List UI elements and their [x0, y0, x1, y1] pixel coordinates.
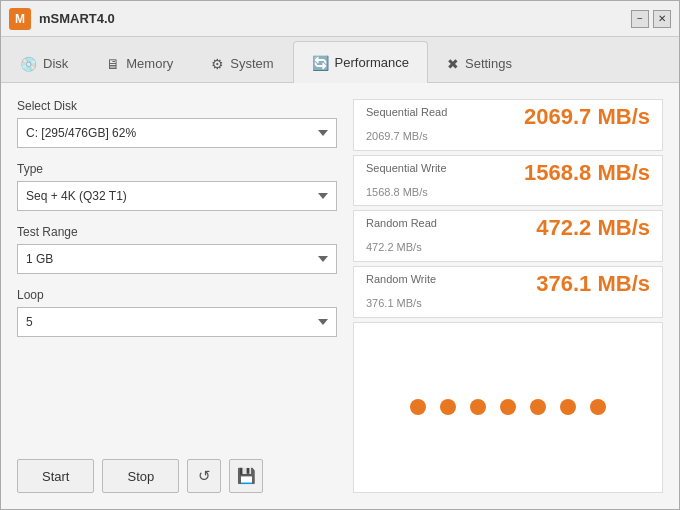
- metric-value-large: 1568.8 MB/s: [524, 162, 650, 184]
- tab-memory[interactable]: 🖥 Memory: [87, 44, 192, 82]
- tab-memory-label: Memory: [126, 56, 173, 71]
- refresh-button[interactable]: ↺: [187, 459, 221, 493]
- save-button[interactable]: 💾: [229, 459, 263, 493]
- action-buttons: Start Stop ↺ 💾: [17, 459, 337, 493]
- close-button[interactable]: ✕: [653, 10, 671, 28]
- left-panel: Select Disk C: [295/476GB] 62% Type Seq …: [17, 99, 337, 493]
- test-range-input[interactable]: 1 GB: [17, 244, 337, 274]
- progress-dot-6: [590, 399, 606, 415]
- loop-label: Loop: [17, 288, 337, 302]
- metrics-container: Sequential Read 2069.7 MB/s 2069.7 MB/s …: [353, 99, 663, 318]
- system-icon: ⚙: [211, 56, 224, 72]
- performance-icon: 🔄: [312, 55, 329, 71]
- metric-header: Sequential Read 2069.7 MB/s: [366, 106, 650, 128]
- tab-settings[interactable]: ✖ Settings: [428, 44, 531, 82]
- app-title: mSMART4.0: [39, 11, 631, 26]
- progress-dot-2: [470, 399, 486, 415]
- type-input[interactable]: Seq + 4K (Q32 T1): [17, 181, 337, 211]
- metric-value-large: 376.1 MB/s: [536, 273, 650, 295]
- select-disk-group: Select Disk C: [295/476GB] 62%: [17, 99, 337, 148]
- tab-system-label: System: [230, 56, 273, 71]
- tab-performance-label: Performance: [335, 55, 409, 70]
- refresh-icon: ↺: [198, 467, 211, 485]
- progress-dot-1: [440, 399, 456, 415]
- metric-row-2: Random Read 472.2 MB/s 472.2 MB/s: [353, 210, 663, 262]
- titlebar: M mSMART4.0 − ✕: [1, 1, 679, 37]
- disk-icon: 💿: [20, 56, 37, 72]
- test-range-group: Test Range 1 GB: [17, 225, 337, 274]
- main-content: Select Disk C: [295/476GB] 62% Type Seq …: [1, 83, 679, 509]
- window-controls: − ✕: [631, 10, 671, 28]
- stop-button[interactable]: Stop: [102, 459, 179, 493]
- main-window: M mSMART4.0 − ✕ 💿 Disk 🖥 Memory ⚙ System…: [0, 0, 680, 510]
- tab-disk-label: Disk: [43, 56, 68, 71]
- tab-bar: 💿 Disk 🖥 Memory ⚙ System 🔄 Performance ✖…: [1, 37, 679, 83]
- metric-name: Sequential Write: [366, 162, 447, 174]
- select-disk-label: Select Disk: [17, 99, 337, 113]
- tab-system[interactable]: ⚙ System: [192, 44, 292, 82]
- progress-dot-5: [560, 399, 576, 415]
- app-logo: M: [9, 8, 31, 30]
- metric-row-1: Sequential Write 1568.8 MB/s 1568.8 MB/s: [353, 155, 663, 207]
- metric-name: Random Read: [366, 217, 437, 229]
- metric-header: Random Read 472.2 MB/s: [366, 217, 650, 239]
- loop-input[interactable]: 5: [17, 307, 337, 337]
- metric-header: Random Write 376.1 MB/s: [366, 273, 650, 295]
- metric-value-small: 472.2 MB/s: [366, 241, 650, 253]
- metric-header: Sequential Write 1568.8 MB/s: [366, 162, 650, 184]
- settings-icon: ✖: [447, 56, 459, 72]
- tab-disk[interactable]: 💿 Disk: [1, 44, 87, 82]
- right-panel: Sequential Read 2069.7 MB/s 2069.7 MB/s …: [353, 99, 663, 493]
- progress-dot-3: [500, 399, 516, 415]
- test-range-label: Test Range: [17, 225, 337, 239]
- loop-group: Loop 5: [17, 288, 337, 337]
- type-label: Type: [17, 162, 337, 176]
- tab-performance[interactable]: 🔄 Performance: [293, 41, 428, 83]
- metric-name: Sequential Read: [366, 106, 447, 118]
- progress-dot-0: [410, 399, 426, 415]
- metric-row-3: Random Write 376.1 MB/s 376.1 MB/s: [353, 266, 663, 318]
- metric-value-small: 376.1 MB/s: [366, 297, 650, 309]
- tab-settings-label: Settings: [465, 56, 512, 71]
- start-button[interactable]: Start: [17, 459, 94, 493]
- metric-value-small: 1568.8 MB/s: [366, 186, 650, 198]
- metric-row-0: Sequential Read 2069.7 MB/s 2069.7 MB/s: [353, 99, 663, 151]
- type-group: Type Seq + 4K (Q32 T1): [17, 162, 337, 211]
- memory-icon: 🖥: [106, 56, 120, 72]
- metric-name: Random Write: [366, 273, 436, 285]
- metric-value-large: 2069.7 MB/s: [524, 106, 650, 128]
- metric-value-large: 472.2 MB/s: [536, 217, 650, 239]
- select-disk-input[interactable]: C: [295/476GB] 62%: [17, 118, 337, 148]
- progress-dots: [353, 322, 663, 493]
- metric-value-small: 2069.7 MB/s: [366, 130, 650, 142]
- minimize-button[interactable]: −: [631, 10, 649, 28]
- save-icon: 💾: [237, 467, 256, 485]
- progress-dot-4: [530, 399, 546, 415]
